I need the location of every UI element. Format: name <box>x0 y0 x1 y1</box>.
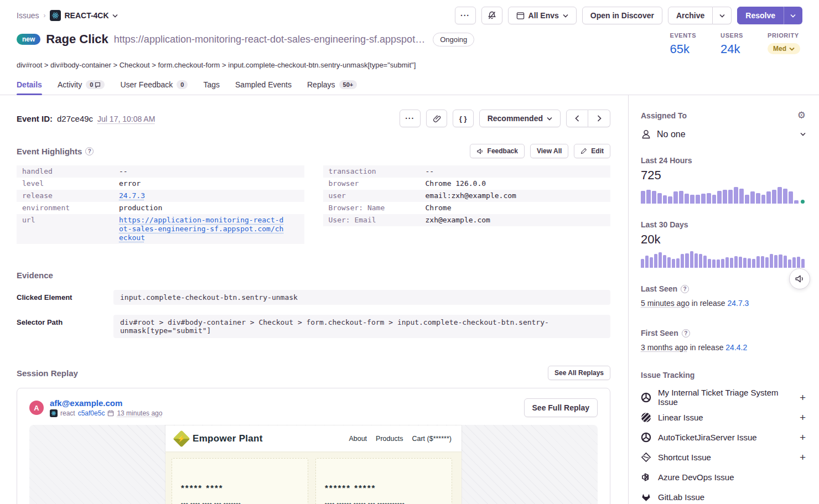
help-icon[interactable]: ? <box>682 329 690 337</box>
assigned-to-title: Assigned To <box>641 111 687 120</box>
user-feedback-count-badge: 0 <box>177 80 188 89</box>
clicked-element-label: Clicked Element <box>17 290 113 302</box>
breadcrumb-issues-link[interactable]: Issues <box>17 11 39 20</box>
priority-label: PRIORITY <box>768 32 800 39</box>
priority-selector[interactable]: Med <box>768 43 800 54</box>
tracking-item-shortcut[interactable]: Shortcut Issue + <box>641 447 806 467</box>
tracking-item-autoticketjiraserver[interactable]: AutoTicketJiraServer Issue + <box>641 427 806 447</box>
environment-selector-label: All Envs <box>528 11 559 20</box>
megaphone-icon <box>476 148 484 155</box>
gear-icon[interactable]: ⚙ <box>797 111 806 120</box>
tab-details[interactable]: Details <box>17 80 42 95</box>
table-row: release24.7.3 <box>17 190 304 202</box>
ticket-triage-icon <box>641 392 651 403</box>
mute-alerts-button[interactable] <box>481 7 502 24</box>
breadcrumb: Issues › REACT-4CK <box>17 10 118 21</box>
tracking-item-linear[interactable]: Linear Issue + <box>641 407 806 427</box>
feedback-button[interactable]: Feedback <box>470 144 525 158</box>
add-issue-button[interactable]: + <box>800 412 806 423</box>
tracking-item-label: My Internal Ticket Triage System Issue <box>658 388 793 407</box>
users-count[interactable]: 24k <box>720 42 743 56</box>
tracking-item-label: Linear Issue <box>658 413 703 422</box>
see-full-replay-button[interactable]: See Full Replay <box>524 398 598 417</box>
tracking-item-label: Azure DevOps Issue <box>658 472 734 482</box>
see-all-replays-label: See All Replays <box>554 369 604 377</box>
open-in-discover-button[interactable]: Open in Discover <box>582 7 662 24</box>
tracking-item-internal-triage[interactable]: My Internal Ticket Triage System Issue + <box>641 387 806 407</box>
chevron-down-icon <box>790 14 796 18</box>
first-seen-time[interactable]: 3 months ago <box>641 343 688 352</box>
azure-devops-icon <box>641 472 651 482</box>
replay-platform: react <box>60 409 75 417</box>
replay-time-ago[interactable]: 13 minutes ago <box>117 409 162 417</box>
resolve-dropdown-button[interactable] <box>784 7 802 24</box>
environment-selector[interactable]: All Envs <box>508 7 577 24</box>
last-seen-time[interactable]: 5 minutes ago <box>641 299 690 308</box>
chevron-right-icon <box>597 115 602 122</box>
replay-user-link[interactable]: afk@example.com <box>50 398 162 408</box>
help-icon[interactable]: ? <box>681 285 689 293</box>
resolve-button[interactable]: Resolve <box>737 7 784 24</box>
archive-button[interactable]: Archive <box>668 7 713 24</box>
event-id-value: d27ce49c <box>57 114 93 123</box>
priority-value: Med <box>773 45 786 53</box>
tab-tags[interactable]: Tags <box>203 80 220 95</box>
copy-link-button[interactable] <box>426 110 447 127</box>
url-link[interactable]: https://application-monitoring-react-dot… <box>119 216 285 242</box>
edit-button[interactable]: Edit <box>574 144 610 158</box>
view-all-button[interactable]: View All <box>530 144 568 158</box>
calendar-icon <box>107 410 114 417</box>
event-selector-dropdown[interactable]: Recommended <box>479 110 561 127</box>
breadcrumb-project[interactable]: REACT-4CK <box>50 10 117 21</box>
tab-sampled-events[interactable]: Sampled Events <box>235 80 292 95</box>
view-all-label: View All <box>537 147 562 155</box>
last-seen-release-link[interactable]: 24.7.3 <box>727 299 749 308</box>
add-issue-button[interactable]: + <box>800 392 806 403</box>
resolve-label: Resolve <box>745 11 775 20</box>
archive-dropdown-button[interactable] <box>713 7 732 24</box>
react-platform-icon <box>50 409 58 417</box>
help-icon[interactable]: ? <box>85 147 94 155</box>
next-event-button[interactable] <box>588 110 610 127</box>
issue-title: Rage Click <box>46 32 108 46</box>
tab-user-feedback[interactable]: User Feedback 0 <box>120 80 188 95</box>
chevron-down-icon <box>112 14 118 18</box>
assignee-selector[interactable]: No one <box>641 129 806 139</box>
bell-muted-icon <box>488 11 496 20</box>
session-replay-title: Session Replay <box>17 368 78 378</box>
tracking-item-gitlab[interactable]: GitLab Issue <box>641 487 806 504</box>
first-seen-release-link[interactable]: 24.4.2 <box>725 343 747 352</box>
event-more-button[interactable]: ··· <box>400 110 421 127</box>
more-actions-button[interactable]: ··· <box>455 7 476 24</box>
tab-sampled-events-label: Sampled Events <box>235 80 292 89</box>
tab-replays[interactable]: Replays 50+ <box>307 80 357 95</box>
view-json-button[interactable]: { } <box>453 110 474 127</box>
previous-event-button[interactable] <box>566 110 588 127</box>
replay-id-link[interactable]: c5af0e5c <box>78 409 105 417</box>
add-issue-button[interactable]: + <box>800 432 806 443</box>
replay-viewport[interactable]: ⚡ Empower Plant About Products Cart ($**… <box>29 425 598 504</box>
events-count[interactable]: 65k <box>670 42 696 56</box>
last-24-hours-count: 725 <box>641 168 806 183</box>
last-seen-title: Last Seen <box>641 284 677 293</box>
release-link[interactable]: 24.7.3 <box>119 191 145 200</box>
ellipsis-icon: ··· <box>460 11 470 20</box>
add-issue-button[interactable]: + <box>800 452 806 463</box>
tracking-item-azure-devops[interactable]: Azure DevOps Issue <box>641 467 806 487</box>
event-selector-label: Recommended <box>488 114 543 123</box>
see-all-replays-button[interactable]: See All Replays <box>548 366 610 380</box>
floating-feedback-button[interactable] <box>789 268 810 289</box>
archive-label: Archive <box>676 11 704 20</box>
edit-label: Edit <box>591 147 604 155</box>
tab-activity[interactable]: Activity 0 <box>58 80 105 95</box>
product-card: ***** **** *** **** **** *** ******* Add… <box>172 458 308 504</box>
tab-details-label: Details <box>17 80 42 89</box>
table-row: browserChrome 126.0.0 <box>323 178 611 190</box>
product-title-masked: ***** **** <box>181 483 299 492</box>
issue-url: https://application-monitoring-react-dot… <box>114 34 425 45</box>
shortcut-icon <box>641 452 651 463</box>
event-timestamp[interactable]: Jul 17, 10:08 AM <box>97 115 155 123</box>
chevron-down-icon <box>800 132 806 136</box>
feedback-label: Feedback <box>488 147 518 155</box>
status-badge: Ongoing <box>433 33 474 46</box>
